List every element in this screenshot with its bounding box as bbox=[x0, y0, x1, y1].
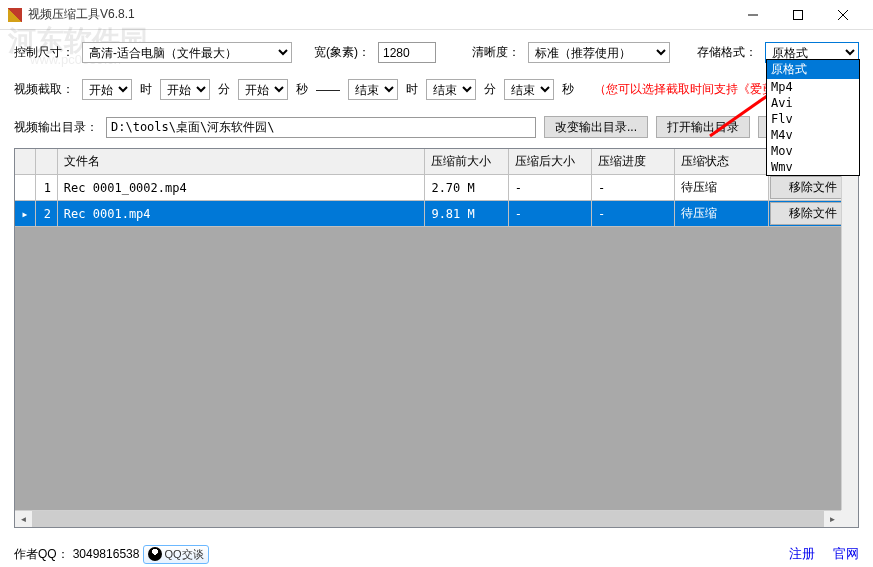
footer: 作者QQ： 3049816538 QQ交谈 注册 官网 bbox=[0, 541, 873, 567]
cell-status: 待压缩 bbox=[675, 175, 768, 201]
window-controls bbox=[730, 0, 865, 30]
min-label-1: 分 bbox=[218, 81, 230, 98]
settings-row-1: 控制尺寸： 高清-适合电脑（文件最大） 宽(象素)： 清晰度： 标准（推荐使用）… bbox=[0, 30, 873, 69]
file-table: 文件名 压缩前大小 压缩后大小 压缩进度 压缩状态 操作 1Rec 0001_0… bbox=[15, 149, 858, 227]
cell-num: 1 bbox=[35, 175, 57, 201]
format-dropdown-list[interactable]: 原格式Mp4AviFlvM4vMovWmv bbox=[766, 59, 860, 176]
close-button[interactable] bbox=[820, 0, 865, 30]
sec-label-1: 秒 bbox=[296, 81, 308, 98]
col-before[interactable]: 压缩前大小 bbox=[425, 149, 508, 175]
format-option[interactable]: Mov bbox=[767, 143, 859, 159]
file-table-container: 文件名 压缩前大小 压缩后大小 压缩进度 压缩状态 操作 1Rec 0001_0… bbox=[14, 148, 859, 528]
col-num[interactable] bbox=[35, 149, 57, 175]
col-name[interactable]: 文件名 bbox=[57, 149, 425, 175]
min-label-2: 分 bbox=[484, 81, 496, 98]
app-icon bbox=[8, 8, 22, 22]
settings-row-2: 视频截取： 开始 时 开始 分 开始 秒 —— 结束 时 结束 分 结束 秒 （… bbox=[0, 69, 873, 106]
start-sec-select[interactable]: 开始 bbox=[238, 79, 288, 100]
cell-after: - bbox=[508, 175, 591, 201]
cell-progress: - bbox=[591, 201, 674, 227]
window-title: 视频压缩工具V6.8.1 bbox=[28, 6, 730, 23]
col-indicator[interactable] bbox=[15, 149, 35, 175]
size-select[interactable]: 高清-适合电脑（文件最大） bbox=[82, 42, 292, 63]
change-dir-button[interactable]: 改变输出目录... bbox=[544, 116, 648, 138]
author-label: 作者QQ： bbox=[14, 546, 69, 563]
scroll-thumb[interactable] bbox=[32, 511, 824, 528]
width-input[interactable] bbox=[378, 42, 436, 63]
separator: —— bbox=[316, 83, 340, 97]
format-label: 存储格式： bbox=[697, 44, 757, 61]
hour-label-2: 时 bbox=[406, 81, 418, 98]
website-link[interactable]: 官网 bbox=[833, 545, 859, 563]
end-min-select[interactable]: 结束 bbox=[426, 79, 476, 100]
hour-label-1: 时 bbox=[140, 81, 152, 98]
vertical-scrollbar[interactable] bbox=[841, 149, 858, 510]
capture-label: 视频截取： bbox=[14, 81, 74, 98]
output-label: 视频输出目录： bbox=[14, 119, 98, 136]
qq-talk-text: QQ交谈 bbox=[164, 547, 203, 562]
row-indicator bbox=[15, 175, 35, 201]
format-option[interactable]: 原格式 bbox=[767, 60, 859, 79]
format-option[interactable]: Avi bbox=[767, 95, 859, 111]
settings-row-3: 视频输出目录： 改变输出目录... 打开输出目录 添加文件... bbox=[0, 106, 873, 144]
qq-talk-badge[interactable]: QQ交谈 bbox=[143, 545, 208, 564]
cell-before: 2.70 M bbox=[425, 175, 508, 201]
clarity-label: 清晰度： bbox=[472, 44, 520, 61]
horizontal-scrollbar[interactable]: ◄ ► bbox=[15, 510, 841, 527]
open-dir-button[interactable]: 打开输出目录 bbox=[656, 116, 750, 138]
scroll-right-icon[interactable]: ► bbox=[824, 511, 841, 528]
end-sec-select[interactable]: 结束 bbox=[504, 79, 554, 100]
maximize-button[interactable] bbox=[775, 0, 820, 30]
cell-num: 2 bbox=[35, 201, 57, 227]
start-min-select[interactable]: 开始 bbox=[160, 79, 210, 100]
table-row[interactable]: ▸2Rec 0001.mp49.81 M--待压缩移除文件 bbox=[15, 201, 858, 227]
format-option[interactable]: Mp4 bbox=[767, 79, 859, 95]
output-path-input[interactable] bbox=[106, 117, 536, 138]
clarity-select[interactable]: 标准（推荐使用） bbox=[528, 42, 670, 63]
scrollbar-corner bbox=[841, 510, 858, 527]
cell-after: - bbox=[508, 201, 591, 227]
sec-label-2: 秒 bbox=[562, 81, 574, 98]
format-option[interactable]: M4v bbox=[767, 127, 859, 143]
cell-progress: - bbox=[591, 175, 674, 201]
end-hour-select[interactable]: 结束 bbox=[348, 79, 398, 100]
author-qq: 3049816538 bbox=[73, 547, 140, 561]
start-hour-select[interactable]: 开始 bbox=[82, 79, 132, 100]
col-status[interactable]: 压缩状态 bbox=[675, 149, 768, 175]
scroll-left-icon[interactable]: ◄ bbox=[15, 511, 32, 528]
capture-hint: （您可以选择截取时间支持《爱剪 bbox=[594, 81, 774, 98]
size-label: 控制尺寸： bbox=[14, 44, 74, 61]
col-after[interactable]: 压缩后大小 bbox=[508, 149, 591, 175]
titlebar: 视频压缩工具V6.8.1 bbox=[0, 0, 873, 30]
svg-rect-1 bbox=[793, 10, 802, 19]
width-label: 宽(象素)： bbox=[314, 44, 370, 61]
format-option[interactable]: Flv bbox=[767, 111, 859, 127]
row-indicator: ▸ bbox=[15, 201, 35, 227]
format-option[interactable]: Wmv bbox=[767, 159, 859, 175]
cell-name: Rec 0001_0002.mp4 bbox=[57, 175, 425, 201]
cell-before: 9.81 M bbox=[425, 201, 508, 227]
register-link[interactable]: 注册 bbox=[789, 545, 815, 563]
cell-name: Rec 0001.mp4 bbox=[57, 201, 425, 227]
minimize-button[interactable] bbox=[730, 0, 775, 30]
col-progress[interactable]: 压缩进度 bbox=[591, 149, 674, 175]
cell-status: 待压缩 bbox=[675, 201, 768, 227]
table-row[interactable]: 1Rec 0001_0002.mp42.70 M--待压缩移除文件 bbox=[15, 175, 858, 201]
qq-penguin-icon bbox=[148, 547, 162, 561]
